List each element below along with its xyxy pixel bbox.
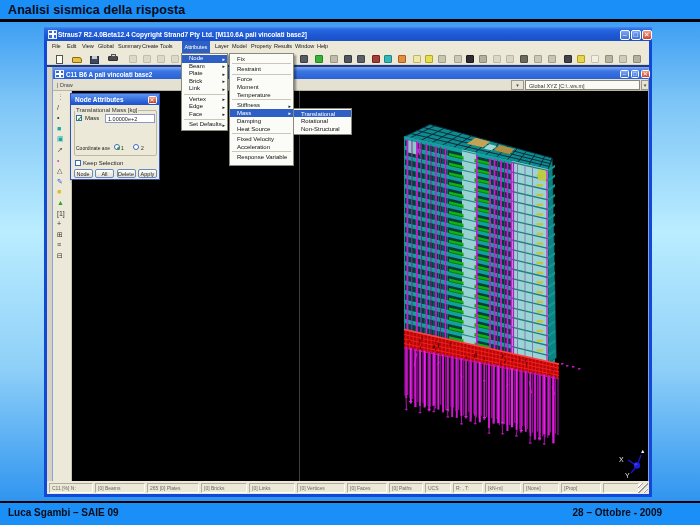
svg-text:▲: ▲: [640, 448, 645, 454]
svg-text:Y: Y: [625, 472, 630, 479]
svg-text:X: X: [619, 456, 624, 463]
